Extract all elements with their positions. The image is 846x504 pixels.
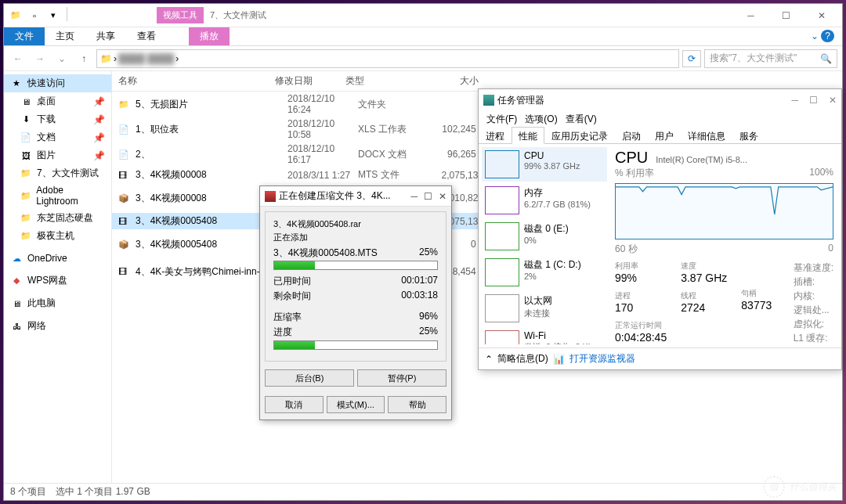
mode-button[interactable]: 模式(M)... (327, 396, 385, 413)
tab-view[interactable]: 查看 (126, 27, 167, 45)
address-bar: ← → ⌄ ↑ 📁 ›████ ████› ⟳ 搜索"7、大文件测试" 🔍 (4, 46, 842, 71)
ribbon-context-tab[interactable]: 视频工具 (157, 7, 204, 23)
sidebar-quick-access[interactable]: ★快速访问 (4, 74, 111, 92)
star-icon: ★ (10, 77, 23, 90)
tab-play[interactable]: 播放 (189, 27, 230, 45)
tab-users[interactable]: 用户 (648, 127, 681, 143)
sidebar-item[interactable]: 📁7、大文件测试 (4, 164, 111, 182)
tab-services[interactable]: 服务 (732, 127, 765, 143)
sidebar-item[interactable]: 🖼图片📌 (4, 146, 111, 164)
maximize-button[interactable]: ☐ (768, 5, 804, 27)
sidebar-thispc[interactable]: 🖥此电脑 (4, 294, 111, 312)
tab-apphistory[interactable]: 应用历史记录 (544, 127, 615, 143)
qat-btn[interactable]: ▫ (26, 7, 43, 24)
sidebar-item[interactable]: 📁Adobe Lightroom (4, 182, 111, 209)
resource-card-eth[interactable]: 以太网未连接 (482, 291, 607, 326)
sidebar-item[interactable]: 📄文档📌 (4, 128, 111, 146)
total-progress-bar (273, 340, 438, 350)
resource-card-d1[interactable]: 磁盘 1 (C: D:)2% (482, 255, 607, 290)
col-type[interactable]: 类型 (345, 74, 416, 88)
close-button[interactable]: ✕ (804, 5, 839, 27)
archive-name: 3、4K视频0005408.rar (273, 218, 438, 230)
window-title: 7、大文件测试 (210, 9, 266, 21)
qat-btn[interactable]: ▾ (45, 7, 62, 24)
open-resource-monitor-link[interactable]: 打开资源监视器 (569, 352, 635, 365)
file-icon: 📁 (118, 99, 131, 110)
sidebar-wps[interactable]: ◆WPS网盘 (4, 272, 111, 290)
status-bar: 8 个项目 选中 1 个项目 1.97 GB (4, 483, 842, 500)
cpu-speed: 3.87 GHz (681, 272, 727, 284)
sidebar-network[interactable]: 🖧网络 (4, 317, 111, 335)
resource-card-cpu[interactable]: CPU99% 3.87 GHz (482, 147, 607, 182)
tm-icon (483, 95, 494, 106)
tab-details[interactable]: 详细信息 (681, 127, 732, 143)
current-file: 3、4K视频0005408.MTS (273, 247, 378, 260)
file-progress-bar (273, 261, 438, 270)
tab-startup[interactable]: 启动 (615, 127, 648, 143)
tab-home[interactable]: 主页 (45, 27, 85, 45)
help-button[interactable]: 帮助 (388, 396, 446, 413)
tm-menubar: 文件(F) 选项(O) 查看(V) (479, 111, 841, 127)
minimize-button[interactable]: ─ (410, 191, 418, 202)
background-button[interactable]: 后台(B) (265, 369, 354, 387)
minimize-button[interactable]: ─ (733, 5, 768, 27)
close-button[interactable]: ✕ (829, 95, 837, 106)
sidebar-item[interactable]: ⬇下载📌 (4, 110, 111, 128)
tm-resource-list: CPU99% 3.87 GHz内存6.2/7.7 GB (81%)磁盘 0 (E… (482, 147, 607, 344)
file-percent: 25% (419, 247, 438, 260)
refresh-button[interactable]: ⟳ (682, 50, 701, 67)
sidebar-onedrive[interactable]: ☁OneDrive (4, 250, 111, 267)
mini-chart (485, 294, 519, 322)
sidebar: ★快速访问 🖥桌面📌 ⬇下载📌 📄文档📌 🖼图片📌 📁7、大文件测试 📁Adob… (4, 71, 112, 483)
tab-file[interactable]: 文件 (4, 27, 45, 45)
close-button[interactable]: ✕ (439, 191, 446, 202)
resource-card-wifi[interactable]: Wi-Fi发送: 0 接收: 0 Kbp (482, 327, 607, 344)
resource-card-d0[interactable]: 磁盘 0 (E:)0% (482, 219, 607, 254)
brief-info-link[interactable]: 简略信息(D) (497, 352, 548, 365)
file-icon: 🎞 (118, 217, 131, 226)
sidebar-item[interactable]: 📁极夜主机 (4, 227, 111, 245)
menu-file[interactable]: 文件(F) (483, 111, 520, 127)
cpu-utilization: 99% (615, 272, 667, 284)
col-name[interactable]: 名称 (118, 74, 275, 88)
mini-chart (485, 330, 519, 344)
minimize-button[interactable]: ─ (791, 95, 798, 106)
menu-view[interactable]: 查看(V) (562, 111, 600, 127)
forward-button[interactable]: → (31, 49, 49, 68)
tab-share[interactable]: 共享 (85, 27, 126, 45)
status-text: 正在添加 (273, 232, 438, 243)
folder-icon: 📁 (100, 53, 112, 64)
mini-chart (485, 222, 519, 250)
file-icon: 📄 (118, 149, 131, 160)
titlebar: 📁 ▫ ▾ 视频工具 7、大文件测试 ─ ☐ ✕ (4, 4, 842, 27)
col-date[interactable]: 修改日期 (275, 74, 345, 88)
tm-detail-panel: CPU Intel(R) Core(TM) i5-8... % 利用率100% … (610, 147, 838, 344)
sidebar-item[interactable]: 🖥桌面📌 (4, 92, 111, 110)
cpu-heading: CPU (615, 149, 648, 167)
recent-dropdown[interactable]: ⌄ (52, 49, 71, 68)
col-size[interactable]: 大小 (416, 74, 479, 88)
winrar-icon (265, 191, 276, 202)
breadcrumb[interactable]: 📁 ›████ ████› (96, 49, 679, 68)
tm-titlebar[interactable]: 任务管理器 ─ ☐ ✕ (479, 89, 841, 111)
dialog-titlebar[interactable]: 正在创建压缩文件 3、4K... ─ ☐ ✕ (260, 186, 451, 207)
back-button[interactable]: ← (9, 49, 27, 68)
file-icon: 🎞 (118, 267, 131, 276)
up-button[interactable]: ↑ (74, 49, 93, 68)
maximize-button[interactable]: ☐ (424, 191, 432, 202)
mini-chart (485, 150, 519, 178)
cancel-button[interactable]: 取消 (265, 396, 324, 413)
expand-ribbon-icon[interactable]: ⌄ ? (803, 27, 842, 45)
tab-processes[interactable]: 进程 (479, 127, 512, 143)
resource-card-mem[interactable]: 内存6.2/7.7 GB (81%) (482, 183, 607, 218)
pause-button[interactable]: 暂停(P) (357, 369, 446, 387)
maximize-button[interactable]: ☐ (809, 95, 818, 106)
menu-options[interactable]: 选项(O) (522, 111, 560, 127)
file-icon: 🎞 (118, 171, 131, 180)
thread-count: 2724 (681, 301, 727, 314)
sidebar-item[interactable]: 📁东芝固态硬盘 (4, 209, 111, 227)
tab-performance[interactable]: 性能 (512, 127, 544, 144)
chevron-up-icon[interactable]: ⌃ (485, 354, 493, 365)
search-input[interactable]: 搜索"7、大文件测试" 🔍 (704, 49, 837, 68)
cpu-chart (615, 183, 833, 239)
